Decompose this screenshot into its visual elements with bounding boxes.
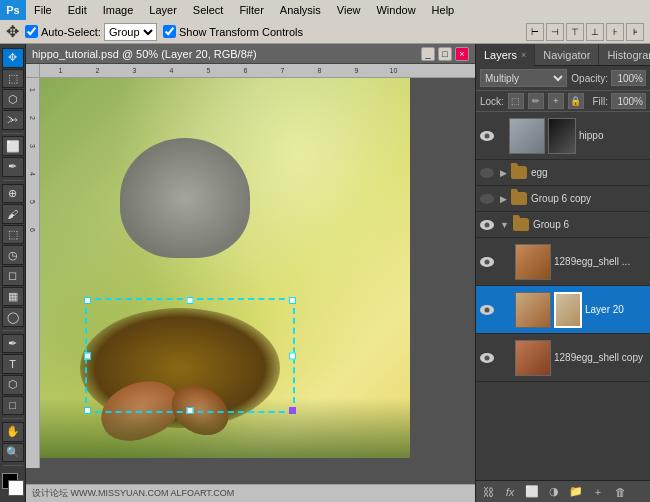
tool-lasso[interactable]: ⬡: [2, 89, 24, 109]
lock-position-btn[interactable]: +: [548, 93, 564, 109]
tool-magic-wand[interactable]: ⭃: [2, 110, 24, 130]
layer-visibility-hippo[interactable]: [478, 131, 496, 141]
menu-select[interactable]: Select: [189, 4, 228, 16]
layer-visibility-1289egg[interactable]: [478, 257, 496, 267]
tool-shape[interactable]: □: [2, 396, 24, 416]
lock-all-btn[interactable]: 🔒: [568, 93, 584, 109]
add-adjustment-icon[interactable]: ◑: [546, 484, 562, 500]
add-layer-icon[interactable]: +: [590, 484, 606, 500]
layer-visibility-1289egg-copy[interactable]: [478, 353, 496, 363]
layer-mask-hippo: [548, 118, 576, 154]
layer-item-egg[interactable]: ▶ egg: [476, 160, 650, 186]
fill-input[interactable]: [611, 93, 646, 109]
menu-analysis[interactable]: Analysis: [276, 4, 325, 16]
selection-handle-mr[interactable]: [289, 352, 296, 359]
selection-handle-tl[interactable]: [84, 297, 91, 304]
auto-select-checkbox[interactable]: [25, 25, 38, 38]
add-mask-icon[interactable]: ⬜: [524, 484, 540, 500]
tab-layers[interactable]: Layers ×: [476, 44, 535, 65]
link-layers-icon[interactable]: ⛓: [480, 484, 496, 500]
tool-hand[interactable]: ✋: [2, 422, 24, 442]
eye-icon-group6[interactable]: [480, 220, 494, 230]
lock-transparent-btn[interactable]: ⬚: [508, 93, 524, 109]
tool-dodge[interactable]: ◯: [2, 307, 24, 327]
selection-handle-br[interactable]: [289, 407, 296, 414]
eye-icon-layer20[interactable]: [480, 305, 494, 315]
background-color[interactable]: [8, 480, 24, 496]
tool-pen[interactable]: ✒: [2, 334, 24, 354]
eye-icon-1289egg-copy[interactable]: [480, 353, 494, 363]
layer-item-1289egg-copy[interactable]: 1289egg_shell copy: [476, 334, 650, 382]
expand-icon-group6[interactable]: ▼: [500, 220, 509, 230]
tool-heal[interactable]: ⊕: [2, 184, 24, 204]
align-bottom-btn[interactable]: ⊧: [626, 23, 644, 41]
add-group-icon[interactable]: 📁: [568, 484, 584, 500]
tab-navigator[interactable]: Navigator: [535, 44, 599, 65]
layer-item-group6[interactable]: ▼ Group 6: [476, 212, 650, 238]
align-left-btn[interactable]: ⊢: [526, 23, 544, 41]
selection-handle-tm[interactable]: [187, 297, 194, 304]
delete-layer-icon[interactable]: 🗑: [612, 484, 628, 500]
fill-control: Fill:: [592, 93, 646, 109]
tool-move[interactable]: ✥: [2, 48, 24, 68]
tool-gradient[interactable]: ▦: [2, 287, 24, 307]
close-btn[interactable]: ×: [455, 47, 469, 61]
align-top-btn[interactable]: ⊥: [586, 23, 604, 41]
eye-icon-1289egg[interactable]: [480, 257, 494, 267]
minimize-btn[interactable]: _: [421, 47, 435, 61]
auto-select-dropdown[interactable]: Group: [104, 23, 157, 41]
selection-handle-bm[interactable]: [187, 407, 194, 414]
tool-zoom[interactable]: 🔍: [2, 443, 24, 463]
tool-history[interactable]: ◷: [2, 245, 24, 265]
layer-item-layer20[interactable]: Layer 20: [476, 286, 650, 334]
eye-icon-hippo[interactable]: [480, 131, 494, 141]
maximize-btn[interactable]: □: [438, 47, 452, 61]
layer-name-1289egg: 1289egg_shell ...: [554, 256, 648, 267]
eye-icon-egg[interactable]: [480, 168, 494, 178]
layer-visibility-egg[interactable]: [478, 168, 496, 178]
layer-visibility-group6[interactable]: [478, 220, 496, 230]
layer-item-hippo[interactable]: hippo: [476, 112, 650, 160]
menu-image[interactable]: Image: [99, 4, 138, 16]
lock-pixels-btn[interactable]: ✏: [528, 93, 544, 109]
layer-item-group6copy[interactable]: ▶ Group 6 copy: [476, 186, 650, 212]
tab-layers-close[interactable]: ×: [521, 50, 526, 60]
tab-histogram[interactable]: Histogram: [599, 44, 650, 65]
align-right-btn[interactable]: ⊤: [566, 23, 584, 41]
layer-item-1289egg[interactable]: 1289egg_shell ...: [476, 238, 650, 286]
add-effect-icon[interactable]: fx: [502, 484, 518, 500]
layer-visibility-group6copy[interactable]: [478, 194, 496, 204]
tool-eraser[interactable]: ◻: [2, 266, 24, 286]
tool-brush[interactable]: 🖌: [2, 204, 24, 224]
blend-mode-select[interactable]: Multiply: [480, 69, 567, 87]
menu-edit[interactable]: Edit: [64, 4, 91, 16]
tool-marquee[interactable]: ⬚: [2, 69, 24, 89]
tool-stamp[interactable]: ⬚: [2, 225, 24, 245]
align-center-btn[interactable]: ⊣: [546, 23, 564, 41]
selection-handle-tr[interactable]: [289, 297, 296, 304]
layer-thumb-1289egg: [515, 244, 551, 280]
opacity-input[interactable]: 100%: [611, 70, 646, 86]
menu-window[interactable]: Window: [372, 4, 419, 16]
align-middle-btn[interactable]: ⊦: [606, 23, 624, 41]
layer-visibility-layer20[interactable]: [478, 305, 496, 315]
expand-icon-group6copy[interactable]: ▶: [500, 194, 507, 204]
selection-handle-ml[interactable]: [84, 352, 91, 359]
tool-crop[interactable]: ⬜: [2, 136, 24, 156]
selection-handle-bl[interactable]: [84, 407, 91, 414]
menu-file[interactable]: File: [30, 4, 56, 16]
status-text: 设计论坛 WWW.MISSYUAN.COM ALFOART.COM: [32, 487, 234, 500]
eye-icon-group6copy[interactable]: [480, 194, 494, 204]
menu-filter[interactable]: Filter: [235, 4, 267, 16]
folder-icon-egg: [511, 166, 527, 179]
tool-eyedropper[interactable]: ✒: [2, 157, 24, 177]
tool-type[interactable]: T: [2, 354, 24, 374]
menu-view[interactable]: View: [333, 4, 365, 16]
show-transform-checkbox[interactable]: [163, 25, 176, 38]
expand-icon-egg[interactable]: ▶: [500, 168, 507, 178]
menu-help[interactable]: Help: [428, 4, 459, 16]
tool-path[interactable]: ⬡: [2, 375, 24, 395]
move-tool-icon[interactable]: ✥: [6, 22, 19, 41]
menu-layer[interactable]: Layer: [145, 4, 181, 16]
panel-tabs: Layers × Navigator Histogram: [476, 44, 650, 66]
